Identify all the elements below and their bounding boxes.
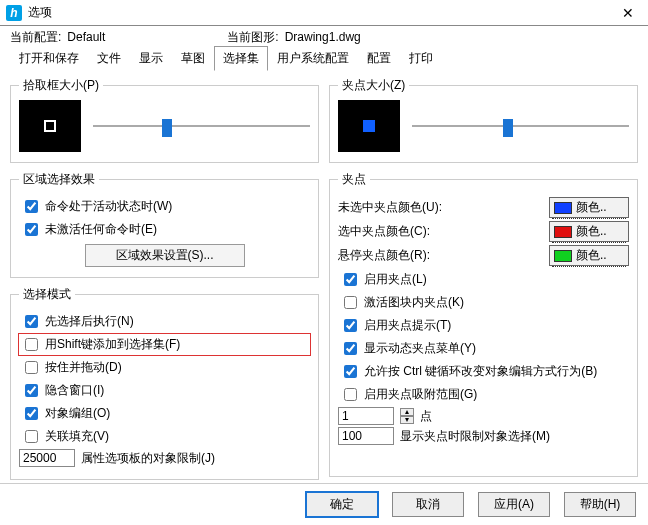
pickbox-legend: 拾取框大小(P) xyxy=(19,77,103,94)
config-row: 当前配置: Default 当前图形: Drawing1.dwg xyxy=(0,26,648,46)
tab-selection[interactable]: 选择集 xyxy=(214,46,268,71)
app-logo-icon: h xyxy=(6,5,22,21)
chk-press-drag[interactable]: 按住并拖动(D) xyxy=(19,357,310,378)
ok-button[interactable]: 确定 xyxy=(306,492,378,517)
sel-color-button[interactable]: 颜色.. xyxy=(549,221,629,242)
current-config-value: Default xyxy=(67,30,227,44)
chk-select-first[interactable]: 先选择后执行(N) xyxy=(19,311,310,332)
help-button[interactable]: 帮助(H) xyxy=(564,492,636,517)
cancel-button[interactable]: 取消 xyxy=(392,492,464,517)
apply-button[interactable]: 应用(A) xyxy=(478,492,550,517)
chk-snap-range[interactable]: 启用夹点吸附范围(G) xyxy=(338,384,629,405)
sel-color-label: 选中夹点颜色(C): xyxy=(338,223,543,240)
display-limit-label: 显示夹点时限制对象选择(M) xyxy=(400,428,550,445)
chk-object-group[interactable]: 对象编组(O) xyxy=(19,403,310,424)
grips-legend: 夹点 xyxy=(338,171,370,188)
snap-label: 点 xyxy=(420,408,432,425)
mode-legend: 选择模式 xyxy=(19,286,75,303)
hover-color-button[interactable]: 颜色.. xyxy=(549,245,629,266)
object-limit-input[interactable] xyxy=(19,449,75,467)
chk-shift-add[interactable]: 用Shift键添加到选择集(F) xyxy=(19,334,310,355)
gripsize-legend: 夹点大小(Z) xyxy=(338,77,409,94)
chk-dynamic-menu[interactable]: 显示动态夹点菜单(Y) xyxy=(338,338,629,359)
display-limit-input[interactable] xyxy=(338,427,394,445)
snap-input[interactable] xyxy=(338,407,394,425)
gripsize-group: 夹点大小(Z) xyxy=(329,77,638,163)
tabs: 打开和保存 文件 显示 草图 选择集 用户系统配置 配置 打印 xyxy=(0,46,648,71)
region-select-group: 区域选择效果 命令处于活动状态时(W) 未激活任何命令时(E) 区域效果设置(S… xyxy=(10,171,319,278)
pickbox-slider[interactable] xyxy=(93,116,310,136)
chk-ctrl-cycle[interactable]: 允许按 Ctrl 键循环改变对象编辑方式行为(B) xyxy=(338,361,629,382)
pickbox-preview xyxy=(19,100,81,152)
gripsize-preview xyxy=(338,100,400,152)
right-column: 夹点大小(Z) 夹点 未选中夹点颜色(U): 颜色.. xyxy=(329,77,638,477)
object-limit-label: 属性选项板的对象限制(J) xyxy=(81,450,215,467)
tab-configure[interactable]: 配置 xyxy=(358,46,400,71)
region-settings-button[interactable]: 区域效果设置(S)... xyxy=(85,244,245,267)
sel-swatch xyxy=(554,226,572,238)
unsel-color-button[interactable]: 颜色.. xyxy=(549,197,629,218)
chk-enable-grips[interactable]: 启用夹点(L) xyxy=(338,269,629,290)
hover-color-label: 悬停夹点颜色(R): xyxy=(338,247,543,264)
dialog-footer: 确定 取消 应用(A) 帮助(H) xyxy=(0,483,648,525)
tab-draft[interactable]: 草图 xyxy=(172,46,214,71)
chk-implied-window[interactable]: 隐含窗口(I) xyxy=(19,380,310,401)
hover-swatch xyxy=(554,250,572,262)
unsel-color-label: 未选中夹点颜色(U): xyxy=(338,199,543,216)
current-config-label: 当前配置: xyxy=(10,29,61,46)
current-drawing-value: Drawing1.dwg xyxy=(285,30,445,44)
snap-spinner-down-icon[interactable]: ▾ xyxy=(400,416,414,424)
tab-open-save[interactable]: 打开和保存 xyxy=(10,46,88,71)
left-column: 拾取框大小(P) 区域选择效果 命令处于活动状态时(W) 未激活任何命令时(E)… xyxy=(10,77,319,477)
tab-print[interactable]: 打印 xyxy=(400,46,442,71)
gripsize-slider[interactable] xyxy=(412,116,629,136)
pickbox-group: 拾取框大小(P) xyxy=(10,77,319,163)
tab-file[interactable]: 文件 xyxy=(88,46,130,71)
tab-display[interactable]: 显示 xyxy=(130,46,172,71)
chk-block-grips[interactable]: 激活图块内夹点(K) xyxy=(338,292,629,313)
current-drawing-label: 当前图形: xyxy=(227,29,278,46)
chk-assoc-hatch[interactable]: 关联填充(V) xyxy=(19,426,310,447)
close-icon[interactable]: ✕ xyxy=(608,0,648,26)
unsel-swatch xyxy=(554,202,572,214)
title-bar: h 选项 ✕ xyxy=(0,0,648,26)
chk-no-cmd[interactable]: 未激活任何命令时(E) xyxy=(19,219,310,240)
chk-active-cmd[interactable]: 命令处于活动状态时(W) xyxy=(19,196,310,217)
tab-user-system[interactable]: 用户系统配置 xyxy=(268,46,358,71)
selection-mode-group: 选择模式 先选择后执行(N) 用Shift键添加到选择集(F) 按住并拖动(D)… xyxy=(10,286,319,480)
window-title: 选项 xyxy=(28,4,52,21)
grips-group: 夹点 未选中夹点颜色(U): 颜色.. 选中夹点颜色(C): 颜色.. xyxy=(329,171,638,477)
chk-grip-tips[interactable]: 启用夹点提示(T) xyxy=(338,315,629,336)
region-legend: 区域选择效果 xyxy=(19,171,99,188)
